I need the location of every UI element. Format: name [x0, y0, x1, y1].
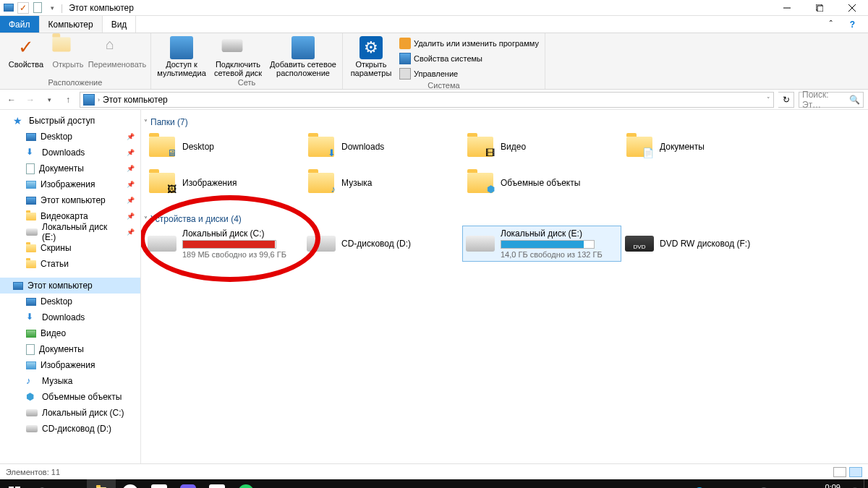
section-folders-header[interactable]: ˅Папки (7): [144, 116, 865, 129]
group-location-caption: Расположение: [4, 78, 146, 89]
qat-check-icon[interactable]: ✓: [17, 2, 29, 14]
section-devices-header[interactable]: ˅Устройства и диски (4): [144, 213, 865, 226]
nav-desktop2[interactable]: Desktop: [0, 294, 140, 309]
nav-desktop[interactable]: Desktop📌: [0, 129, 140, 145]
word-taskbar-button[interactable]: W: [151, 484, 167, 489]
media-access-button[interactable]: Доступ к мультимедиа: [156, 35, 208, 77]
device-name: Локальный диск (E:): [501, 228, 618, 239]
map-drive-button[interactable]: Подключить сетевой диск: [210, 35, 265, 77]
folder-icon: ⬇: [307, 132, 336, 161]
nav-pictures2[interactable]: Изображения: [0, 357, 140, 373]
ribbon-tabs: Файл Компьютер Вид ˆ ?: [0, 16, 868, 33]
nav-video2[interactable]: Видео: [0, 325, 140, 341]
nav-quick-access[interactable]: ★Быстрый доступ: [0, 113, 140, 129]
nav-thispc[interactable]: Этот компьютер: [0, 278, 140, 294]
pin-icon: 📌: [127, 149, 135, 156]
folder-icon: 🖼: [148, 168, 176, 197]
folder-icon: ⬢: [466, 168, 495, 197]
folder-icon: 🖥: [148, 132, 176, 161]
nav-thispc-quick[interactable]: Этот компьютер📌: [0, 192, 140, 208]
pin-icon: 📌: [127, 165, 135, 172]
nav-cd-d[interactable]: CD-дисковод (D:): [0, 421, 140, 437]
tray-wifi-icon[interactable]: �สั: [719, 486, 739, 489]
titlebar: ✓ ▾ | Этот компьютер: [0, 0, 868, 16]
group-network-caption: Сеть: [156, 78, 338, 89]
add-network-button[interactable]: Добавить сетевое расположение: [268, 35, 338, 77]
status-bar: Элементов: 11: [0, 463, 868, 479]
folder-item[interactable]: 🖼Изображения: [144, 165, 303, 201]
maximize-button[interactable]: [803, 0, 835, 16]
nav-up-button[interactable]: ↑: [61, 93, 75, 107]
search-input[interactable]: Поиск: Эт…🔍: [799, 92, 864, 108]
show-desktop-button[interactable]: [864, 479, 868, 488]
nav-back-button[interactable]: ←: [4, 93, 19, 107]
folder-name: Downloads: [341, 142, 459, 152]
whatsapp-taskbar-button[interactable]: ✆: [238, 484, 254, 489]
yandex-taskbar-button[interactable]: Y: [122, 484, 138, 489]
folder-item[interactable]: ⬇Downloads: [303, 129, 462, 165]
close-button[interactable]: [835, 0, 868, 16]
tab-view[interactable]: Вид: [103, 16, 137, 33]
window-title: Этот компьютер: [69, 3, 134, 13]
folder-item[interactable]: 🎞Видео: [462, 129, 621, 165]
task-view-button[interactable]: ⧉: [58, 479, 87, 488]
qat-doc-icon[interactable]: [32, 2, 43, 14]
device-name: DVD RW дисковод (F:): [660, 239, 777, 249]
device-item[interactable]: Локальный диск (C:)189 МБ свободно из 99…: [144, 226, 303, 262]
breadcrumb[interactable]: › Этот компьютер ˅: [80, 92, 774, 108]
explorer-taskbar-button[interactable]: [87, 479, 116, 488]
pin-icon: 📌: [127, 181, 135, 188]
view-tiles-button[interactable]: [849, 467, 862, 477]
ribbon-collapse-icon[interactable]: ˆ: [821, 16, 841, 33]
nav-forward-button[interactable]: →: [23, 93, 38, 107]
device-item[interactable]: DVDDVD RW дисковод (F:): [621, 226, 780, 262]
system-properties-button[interactable]: Свойства системы: [398, 51, 540, 66]
tab-file[interactable]: Файл: [0, 16, 40, 33]
qat-dropdown-icon[interactable]: ▾: [46, 2, 58, 14]
folder-item[interactable]: ♪Музыка: [303, 165, 462, 201]
view-details-button[interactable]: [833, 467, 846, 477]
nav-local-c[interactable]: Локальный диск (C:): [0, 405, 140, 421]
rename-button[interactable]: ⌂ Переименовать: [88, 35, 146, 69]
nav-recent-button[interactable]: ▾: [42, 93, 56, 107]
breadcrumb-dropdown-icon[interactable]: ˅: [767, 96, 770, 103]
nav-documents2[interactable]: Документы: [0, 341, 140, 357]
tab-computer[interactable]: Компьютер: [40, 16, 103, 33]
uninstall-program-button[interactable]: Удалить или изменить программу: [398, 36, 540, 51]
search-taskbar-button[interactable]: 🔍: [29, 479, 58, 488]
nav-downloads2[interactable]: ⬇Downloads: [0, 309, 140, 325]
folder-item[interactable]: ⬢Объемные объекты: [462, 165, 621, 201]
nav-articles[interactable]: Статьи: [0, 256, 140, 272]
content-pane[interactable]: ˅Папки (7) 🖥Desktop⬇Downloads🎞Видео📄Доку…: [141, 110, 868, 463]
nav-objects[interactable]: ⬢Объемные объекты: [0, 389, 140, 405]
chevron-down-icon: ˅: [144, 119, 148, 127]
breadcrumb-icon: [83, 94, 95, 106]
tray-clock[interactable]: 0:0924.05.2019: [795, 483, 846, 489]
device-item[interactable]: Локальный диск (E:)14,0 ГБ свободно из 1…: [462, 226, 621, 262]
help-icon[interactable]: ?: [841, 16, 864, 33]
excel-taskbar-button[interactable]: X: [209, 484, 225, 489]
device-subtext: 14,0 ГБ свободно из 132 ГБ: [501, 250, 618, 259]
viber-taskbar-button[interactable]: ☎: [180, 484, 196, 489]
folder-item[interactable]: 🖥Desktop: [144, 129, 303, 165]
minimize-button[interactable]: [770, 0, 803, 16]
device-item[interactable]: CD-дисковод (D:): [303, 226, 462, 262]
start-button[interactable]: [0, 479, 29, 488]
nav-screens[interactable]: Скрины: [0, 240, 140, 256]
taskbar: 🔍 ⧉ Y W ☎ X ✆ ˆ S ⚠ �สั 🗔 🔊 РУС 0:0924.0…: [0, 479, 868, 488]
folder-name: Видео: [501, 142, 618, 152]
properties-button[interactable]: ✓ Свойства: [4, 35, 48, 69]
nav-local-e-quick[interactable]: Локальный диск (E:)📌: [0, 224, 140, 240]
nav-music2[interactable]: ♪Музыка: [0, 373, 140, 389]
folder-item[interactable]: 📄Документы: [621, 129, 780, 165]
open-settings-button[interactable]: ⚙ Открыть параметры: [347, 35, 395, 77]
refresh-button[interactable]: ↻: [778, 92, 794, 108]
nav-pictures[interactable]: Изображения📌: [0, 176, 140, 192]
open-button[interactable]: Открыть: [51, 35, 85, 69]
nav-documents[interactable]: Документы📌: [0, 160, 140, 176]
pin-icon: 📌: [127, 213, 135, 220]
navigation-pane[interactable]: ★Быстрый доступ Desktop📌 ⬇Downloads📌 Док…: [0, 110, 141, 463]
nav-downloads[interactable]: ⬇Downloads📌: [0, 145, 140, 160]
manage-button[interactable]: Управление: [398, 67, 540, 81]
folder-name: Музыка: [341, 178, 459, 188]
